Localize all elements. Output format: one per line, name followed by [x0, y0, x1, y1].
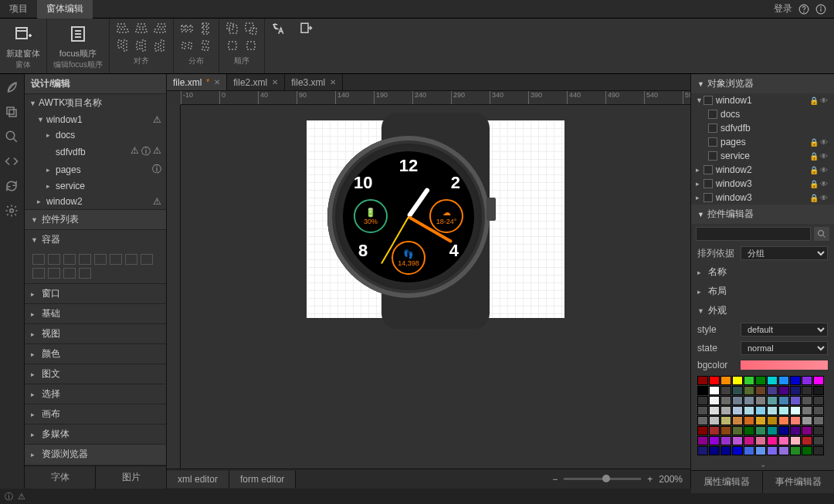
control-swatch[interactable]	[79, 254, 91, 265]
eye-icon[interactable]: 👁	[820, 180, 829, 188]
tab-font[interactable]: 字体	[25, 466, 95, 489]
translate-icon[interactable]	[271, 22, 285, 36]
color-swatch[interactable]	[755, 426, 766, 435]
align-top-icon[interactable]	[116, 39, 130, 52]
color-swatch[interactable]	[755, 446, 766, 455]
color-swatch[interactable]	[778, 436, 789, 445]
menu-window-edit[interactable]: 窗体编辑	[37, 0, 93, 19]
color-swatch[interactable]	[697, 446, 708, 455]
appearance-section[interactable]: ▼外观	[691, 301, 834, 320]
color-swatch[interactable]	[802, 436, 812, 445]
color-swatch[interactable]	[720, 446, 731, 455]
color-swatch[interactable]	[778, 426, 789, 435]
expand-palette[interactable]: ⌄	[691, 458, 834, 470]
bring-front-icon[interactable]	[225, 22, 239, 36]
control-swatch[interactable]	[110, 254, 122, 265]
color-swatch[interactable]	[732, 436, 743, 445]
color-swatch[interactable]	[755, 396, 766, 405]
gear-icon[interactable]	[5, 204, 20, 219]
eye-icon[interactable]: 👁	[820, 152, 829, 161]
color-swatch[interactable]	[813, 406, 824, 415]
control-swatch[interactable]	[79, 268, 91, 279]
send-back-icon[interactable]	[244, 22, 258, 36]
control-swatch[interactable]	[48, 254, 60, 265]
tab-xml-editor[interactable]: xml editor	[167, 471, 229, 488]
color-swatch[interactable]	[767, 386, 778, 395]
color-swatch[interactable]	[709, 396, 720, 405]
control-swatch[interactable]	[48, 268, 60, 279]
color-swatch[interactable]	[720, 436, 731, 445]
file-tab-1[interactable]: file.xml*✕	[167, 74, 227, 90]
color-swatch[interactable]	[720, 406, 731, 415]
tab-property-editor[interactable]: 属性编辑器	[691, 471, 762, 493]
color-swatch[interactable]	[720, 396, 731, 405]
color-swatch[interactable]	[709, 386, 720, 395]
name-section[interactable]: ▸名称	[691, 262, 834, 282]
color-swatch[interactable]	[697, 406, 708, 415]
color-swatch[interactable]	[744, 406, 754, 415]
obj-window3b[interactable]: ▸window3🔒👁	[691, 191, 834, 205]
tree-sdfvdfb[interactable]: sdfvdfb⚠ⓘ⚠	[25, 143, 166, 161]
color-swatch[interactable]	[697, 376, 708, 385]
color-swatch[interactable]	[813, 436, 824, 445]
state-dropdown[interactable]: normal	[741, 341, 828, 355]
tab-form-editor[interactable]: form editor	[229, 471, 296, 488]
color-swatch[interactable]	[697, 426, 708, 435]
close-icon[interactable]: ✕	[272, 78, 278, 86]
tree-docs[interactable]: ▸docs	[25, 127, 166, 143]
color-swatch[interactable]	[732, 396, 743, 405]
container-section[interactable]: ▼容器	[25, 229, 166, 249]
color-section[interactable]: ▸颜色	[25, 343, 166, 364]
color-swatch[interactable]	[790, 406, 801, 415]
lock-icon[interactable]: 🔒	[809, 194, 819, 202]
color-swatch[interactable]	[790, 386, 801, 395]
control-swatch[interactable]	[141, 254, 153, 265]
obj-window3[interactable]: ▸window3🔒👁	[691, 177, 834, 191]
obj-service[interactable]: service🔒👁	[691, 149, 834, 163]
color-swatch[interactable]	[802, 426, 812, 435]
dist-h2-icon[interactable]	[180, 39, 194, 52]
zoom-out-icon[interactable]: −	[552, 474, 558, 485]
color-swatch[interactable]	[767, 406, 778, 415]
file-tab-3[interactable]: file3.xml✕	[285, 74, 343, 90]
control-swatch[interactable]	[32, 268, 45, 279]
canvas-section[interactable]: ▸画布	[25, 404, 166, 424]
export-icon[interactable]	[299, 22, 313, 36]
tab-event-editor[interactable]: 事件编辑器	[762, 471, 834, 493]
help-icon[interactable]	[798, 4, 809, 15]
basic-section[interactable]: ▸基础	[25, 303, 166, 323]
color-swatch[interactable]	[755, 376, 766, 385]
control-swatch[interactable]	[32, 254, 45, 265]
tree-root[interactable]: ▼AWTK项目名称	[25, 94, 166, 112]
color-swatch[interactable]	[732, 406, 743, 415]
color-swatch[interactable]	[813, 376, 824, 385]
color-swatch[interactable]	[778, 396, 789, 405]
forward-icon[interactable]	[225, 39, 239, 52]
color-swatch[interactable]	[767, 376, 778, 385]
control-swatch[interactable]	[63, 268, 76, 279]
tree-window2[interactable]: ▸window2⚠	[25, 194, 166, 209]
status-warning-icon[interactable]: ⚠	[18, 492, 25, 502]
color-swatch[interactable]	[778, 446, 789, 455]
color-swatch[interactable]	[813, 426, 824, 435]
color-swatch[interactable]	[767, 416, 778, 425]
tree-service[interactable]: ▸service	[25, 178, 166, 194]
lock-icon[interactable]: 🔒	[809, 180, 819, 188]
smartwatch[interactable]: 12 2 4 8 10 🔋30% ☁18-24° 👣14,398	[354, 113, 517, 275]
info-icon[interactable]	[815, 4, 826, 15]
color-swatch[interactable]	[732, 426, 743, 435]
backward-icon[interactable]	[244, 39, 258, 52]
color-swatch[interactable]	[744, 386, 754, 395]
menu-project[interactable]: 项目	[0, 0, 37, 19]
color-swatch[interactable]	[732, 376, 743, 385]
obj-sdfvdfb[interactable]: sdfvdfb	[691, 121, 834, 135]
color-swatch[interactable]	[709, 436, 720, 445]
ribbon-new-window[interactable]: 新建窗体 窗体	[0, 19, 47, 73]
color-swatch[interactable]	[767, 446, 778, 455]
color-swatch[interactable]	[778, 406, 789, 415]
color-swatch[interactable]	[744, 426, 754, 435]
align-middle-icon[interactable]	[134, 39, 148, 52]
color-swatch[interactable]	[802, 376, 812, 385]
color-swatch[interactable]	[790, 436, 801, 445]
color-swatch[interactable]	[744, 446, 754, 455]
